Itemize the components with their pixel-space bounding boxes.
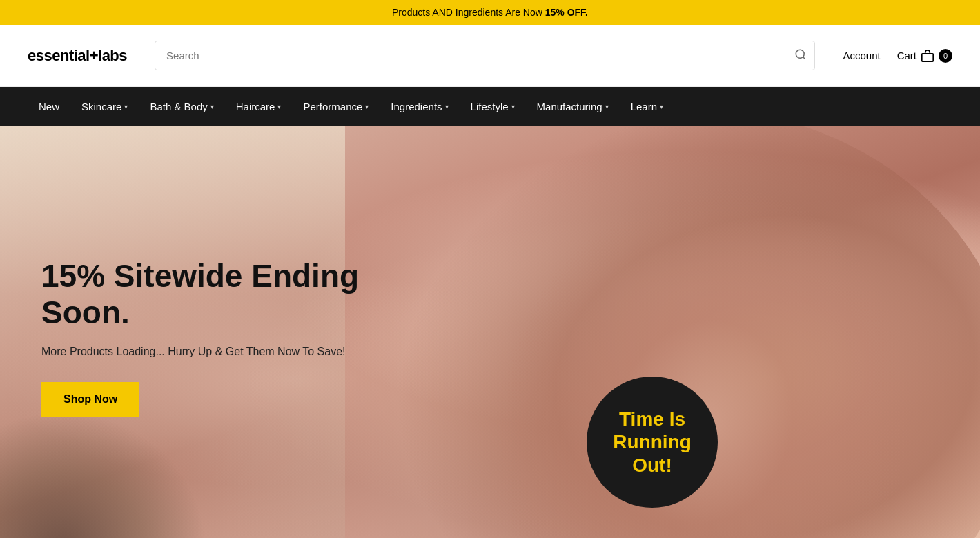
nav-item-skincare[interactable]: Skincare ▾ (70, 87, 139, 126)
chevron-down-icon: ▾ (445, 103, 449, 110)
nav-item-lifestyle[interactable]: Lifestyle ▾ (460, 87, 526, 126)
cart-count-badge: 0 (939, 49, 952, 63)
nav-item-ingredients[interactable]: Ingredients ▾ (380, 87, 459, 126)
nav-item-performance[interactable]: Performance ▾ (292, 87, 380, 126)
chevron-down-icon: ▾ (277, 103, 281, 110)
chevron-down-icon: ▾ (124, 103, 128, 110)
search-input[interactable] (155, 41, 815, 70)
hero-subtitle: More Products Loading... Hurry Up & Get … (41, 343, 386, 360)
chevron-down-icon: ▾ (365, 103, 369, 110)
search-container (155, 41, 815, 70)
main-nav: New Skincare ▾ Bath & Body ▾ Haircare ▾ … (0, 87, 980, 126)
chevron-down-icon: ▾ (660, 103, 663, 110)
hero-content: 15% Sitewide Ending Soon. More Products … (0, 258, 386, 417)
site-logo[interactable]: essential+labs (28, 47, 127, 65)
account-link[interactable]: Account (843, 50, 880, 61)
nav-item-manufacturing[interactable]: Manufacturing ▾ (526, 87, 620, 126)
header: essential+labs Account Cart 0 (0, 25, 980, 87)
timer-badge: Time Is Running Out! (587, 377, 718, 508)
timer-badge-text: Time Is Running Out! (606, 401, 698, 484)
nav-item-haircare[interactable]: Haircare ▾ (225, 87, 293, 126)
announcement-text: Products AND Ingredients Are Now (392, 7, 545, 18)
hero-figure-overlay (0, 411, 207, 538)
announcement-link[interactable]: 15% OFF. (545, 7, 588, 18)
header-actions: Account Cart 0 (843, 49, 952, 63)
cart-label: Cart (897, 50, 917, 61)
hero-section: 15% Sitewide Ending Soon. More Products … (0, 126, 980, 538)
nav-item-new[interactable]: New (28, 87, 70, 126)
announcement-bar: Products AND Ingredients Are Now 15% OFF… (0, 0, 980, 25)
svg-point-0 (796, 50, 805, 58)
shop-now-button[interactable]: Shop Now (41, 382, 139, 417)
search-icon[interactable] (794, 48, 807, 63)
cart-link[interactable]: Cart 0 (897, 49, 952, 63)
hero-title: 15% Sitewide Ending Soon. (41, 258, 386, 331)
chevron-down-icon: ▾ (605, 103, 609, 110)
account-label: Account (843, 50, 880, 61)
nav-item-learn[interactable]: Learn ▾ (620, 87, 674, 126)
svg-line-1 (803, 57, 805, 59)
svg-rect-2 (922, 53, 933, 61)
chevron-down-icon: ▾ (210, 103, 214, 110)
nav-item-bath-body[interactable]: Bath & Body ▾ (139, 87, 224, 126)
chevron-down-icon: ▾ (511, 103, 515, 110)
